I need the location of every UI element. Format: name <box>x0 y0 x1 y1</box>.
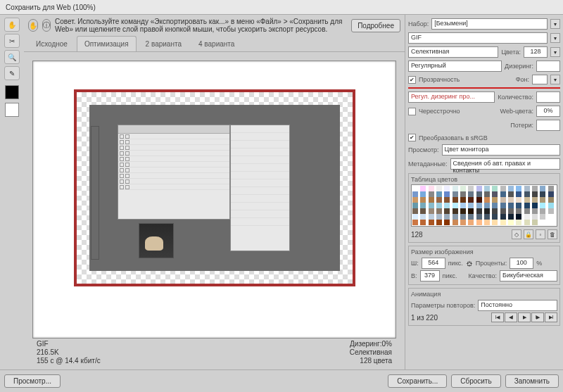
color-swatch[interactable] <box>540 197 545 203</box>
color-swatch[interactable] <box>484 191 490 197</box>
preset-select[interactable]: [Безымени] <box>431 18 548 30</box>
color-swatch[interactable] <box>540 191 545 197</box>
color-swatch[interactable] <box>516 214 521 220</box>
color-swatch[interactable] <box>524 220 530 225</box>
color-swatch[interactable] <box>492 191 498 197</box>
color-swatch[interactable] <box>500 186 506 191</box>
color-swatch[interactable] <box>412 214 418 220</box>
color-swatch[interactable] <box>492 203 498 208</box>
transparency-checkbox[interactable] <box>408 76 416 84</box>
color-swatch[interactable] <box>548 208 554 214</box>
color-swatch[interactable] <box>516 186 521 191</box>
color-swatch[interactable] <box>484 214 490 220</box>
color-swatch[interactable] <box>500 203 506 208</box>
color-swatch[interactable] <box>476 208 482 214</box>
color-swatch[interactable] <box>429 203 434 208</box>
color-swatch[interactable] <box>540 214 545 220</box>
color-swatch[interactable] <box>429 214 434 220</box>
color-swatch[interactable] <box>516 191 521 197</box>
color-swatch[interactable] <box>548 186 554 191</box>
color-swatch[interactable] <box>420 197 426 203</box>
color-swatch[interactable] <box>476 214 482 220</box>
color-swatch[interactable] <box>429 197 434 203</box>
color-swatch[interactable] <box>444 203 450 208</box>
color-swatch[interactable] <box>500 208 506 214</box>
color-swatch[interactable] <box>460 186 466 191</box>
color-swatch[interactable] <box>524 197 530 203</box>
next-frame-button[interactable]: I▶ <box>531 312 544 322</box>
color-swatch[interactable] <box>548 197 554 203</box>
color-swatch[interactable] <box>436 191 442 197</box>
color-swatch[interactable] <box>453 203 458 208</box>
color-swatch[interactable] <box>412 203 418 208</box>
color-swatch[interactable] <box>500 191 506 197</box>
color-swatch[interactable] <box>500 214 506 220</box>
color-swatch[interactable] <box>468 203 474 208</box>
interlaced-checkbox[interactable] <box>408 108 416 115</box>
format-select[interactable]: GIF <box>408 32 548 44</box>
color-swatch[interactable] <box>476 186 482 191</box>
color-swatch[interactable] <box>492 197 498 203</box>
color-swatch[interactable] <box>468 214 474 220</box>
color-swatch[interactable] <box>436 208 442 214</box>
color-swatch[interactable] <box>412 186 418 191</box>
color-swatch[interactable] <box>420 214 426 220</box>
color-swatch[interactable] <box>429 208 434 214</box>
color-swatch[interactable] <box>468 208 474 214</box>
color-swatch[interactable] <box>453 191 458 197</box>
h-input[interactable]: 379 <box>420 270 440 282</box>
color-swatch[interactable] <box>420 186 426 191</box>
color-swatch[interactable] <box>524 203 530 208</box>
tab-2up[interactable]: 2 варианта <box>138 36 189 51</box>
color-swatch[interactable] <box>508 220 514 225</box>
preview-slice[interactable] <box>74 89 355 286</box>
websnap-input[interactable]: 0% <box>536 106 560 117</box>
color-swatch[interactable] <box>444 208 450 214</box>
new-color-icon[interactable]: ▫ <box>536 229 545 239</box>
pct-input[interactable]: 100 <box>510 258 533 269</box>
color-swatch[interactable] <box>429 191 434 197</box>
matte-menu-icon[interactable]: ▾ <box>550 75 560 84</box>
color-swatch[interactable] <box>444 191 450 197</box>
color-swatch[interactable] <box>492 208 498 214</box>
colors-input[interactable]: 128 <box>524 46 548 58</box>
color-swatch[interactable] <box>460 214 466 220</box>
srgb-checkbox[interactable] <box>408 134 416 141</box>
color-swatch[interactable] <box>516 220 521 225</box>
color-swatch[interactable] <box>548 191 554 197</box>
color-swatch[interactable] <box>484 186 490 191</box>
meta-select[interactable]: Сведения об авт. правах и контакты <box>450 158 560 170</box>
prev-frame-button[interactable]: ◀I <box>505 312 517 322</box>
color-swatch[interactable] <box>540 186 545 191</box>
color-swatch[interactable] <box>453 214 458 220</box>
color-swatch[interactable] <box>484 203 490 208</box>
color-swatch[interactable] <box>420 203 426 208</box>
color-swatch[interactable] <box>532 220 538 225</box>
trans-dither-select[interactable]: Регул. дизеринг про... <box>408 91 495 103</box>
more-button[interactable]: Подробнее <box>351 19 400 32</box>
color-swatch[interactable] <box>476 203 482 208</box>
color-swatch[interactable] <box>436 186 442 191</box>
color-swatch[interactable] <box>476 220 482 225</box>
color-swatch[interactable] <box>516 208 521 214</box>
color-swatch[interactable] <box>444 214 450 220</box>
color-swatch[interactable] <box>484 197 490 203</box>
slice-tool[interactable]: ✂ <box>4 34 20 48</box>
color-swatch[interactable] <box>412 191 418 197</box>
color-swatch[interactable] <box>460 208 466 214</box>
eyedropper-tool[interactable]: ✎ <box>4 66 20 80</box>
color-swatch[interactable] <box>532 208 538 214</box>
loop-select[interactable]: Постоянно <box>478 300 557 311</box>
color-swatch[interactable] <box>492 220 498 225</box>
preview-button[interactable]: Просмотр... <box>4 374 61 388</box>
trash-icon[interactable]: 🗑 <box>548 229 557 239</box>
background-swatch[interactable] <box>5 103 19 117</box>
color-swatch[interactable] <box>436 214 442 220</box>
color-swatch[interactable] <box>516 197 521 203</box>
color-swatch[interactable] <box>460 197 466 203</box>
color-swatch[interactable] <box>412 197 418 203</box>
lock-icon[interactable]: 🔒 <box>524 229 533 239</box>
color-swatch[interactable] <box>436 197 442 203</box>
color-swatch[interactable] <box>453 186 458 191</box>
link-icon[interactable]: ⯐ <box>466 260 473 267</box>
